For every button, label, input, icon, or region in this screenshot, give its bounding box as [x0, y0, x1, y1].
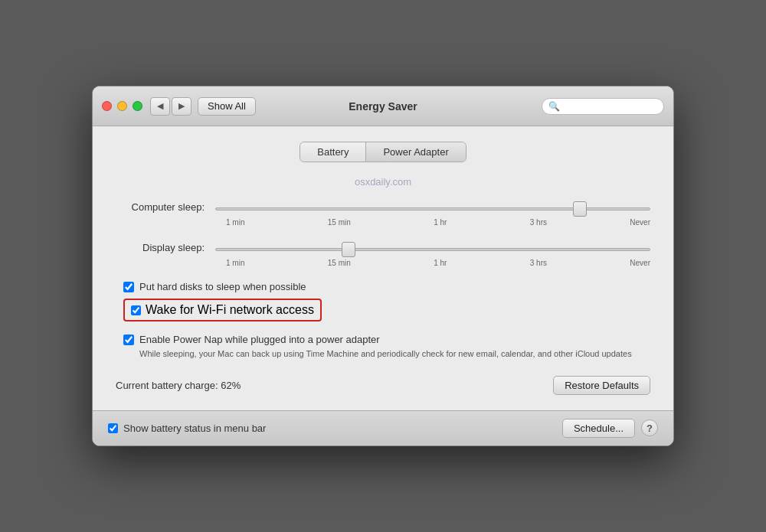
computer-sleep-section: Computer sleep: 1 min 15 min 1 hr 3 hrs … — [116, 200, 650, 227]
checkboxes-section: Put hard disks to sleep when possible Wa… — [116, 281, 650, 360]
tick-3hrs-cs: 3 hrs — [530, 218, 547, 227]
tab-group: Battery Power Adapter — [300, 142, 466, 162]
tick-3hrs-ds: 3 hrs — [530, 259, 547, 267]
wifi-wake-checkbox[interactable] — [131, 305, 141, 315]
schedule-button[interactable]: Schedule... — [562, 419, 635, 438]
computer-sleep-ticks: 1 min 15 min 1 hr 3 hrs Never — [226, 218, 650, 227]
traffic-lights — [102, 101, 142, 111]
window-title: Energy Saver — [349, 100, 417, 113]
show-battery-status-checkbox[interactable] — [108, 423, 118, 433]
forward-button[interactable]: ▶ — [172, 97, 192, 116]
tab-battery[interactable]: Battery — [300, 142, 366, 162]
tick-1min-ds: 1 min — [226, 259, 244, 267]
search-box[interactable]: 🔍 — [542, 98, 664, 115]
footer-left: Show battery status in menu bar — [108, 423, 266, 434]
search-icon: 🔍 — [548, 101, 560, 112]
search-area: 🔍 — [542, 98, 664, 115]
computer-sleep-slider[interactable] — [215, 207, 650, 211]
back-button[interactable]: ◀ — [150, 97, 170, 116]
tick-never-ds: Never — [630, 259, 650, 267]
hard-disks-row: Put hard disks to sleep when possible — [123, 281, 650, 292]
content-area: Battery Power Adapter osxdaily.com Compu… — [93, 126, 673, 410]
power-nap-label: Enable Power Nap while plugged into a po… — [139, 334, 380, 345]
display-sleep-label: Display sleep: — [116, 242, 215, 253]
display-sleep-row: Display sleep: — [116, 240, 650, 254]
computer-sleep-track-wrap — [215, 200, 650, 214]
battery-charge-status: Current battery charge: 62% — [116, 380, 241, 391]
main-window: ◀ ▶ Show All Energy Saver 🔍 Battery Powe… — [92, 86, 674, 446]
power-nap-checkbox[interactable] — [123, 335, 134, 345]
nav-buttons: ◀ ▶ — [150, 97, 192, 116]
tick-1hr-cs: 1 hr — [434, 218, 447, 227]
display-sleep-track-wrap — [215, 240, 650, 254]
minimize-button[interactable] — [117, 101, 127, 111]
close-button[interactable] — [102, 101, 112, 111]
footer: Show battery status in menu bar Schedule… — [93, 410, 673, 446]
bottom-row: Current battery charge: 62% Restore Defa… — [116, 376, 650, 395]
maximize-button[interactable] — [133, 101, 142, 111]
wifi-wake-label: Wake for Wi-Fi network access — [146, 303, 314, 317]
show-battery-status-label: Show battery status in menu bar — [123, 423, 266, 434]
tick-15min-cs: 15 min — [328, 218, 351, 227]
tab-power-adapter[interactable]: Power Adapter — [366, 142, 465, 162]
restore-defaults-button[interactable]: Restore Defaults — [553, 376, 650, 395]
tabs-container: Battery Power Adapter — [116, 142, 650, 162]
tick-1hr-ds: 1 hr — [434, 259, 447, 267]
show-all-button[interactable]: Show All — [198, 97, 256, 116]
tick-1min-cs: 1 min — [226, 218, 244, 227]
computer-sleep-label: Computer sleep: — [116, 201, 215, 213]
tick-15min-ds: 15 min — [328, 259, 351, 267]
wifi-wake-container: Wake for Wi-Fi network access — [123, 299, 650, 328]
display-sleep-slider[interactable] — [215, 248, 650, 251]
display-sleep-section: Display sleep: 1 min 15 min 1 hr 3 hrs N… — [116, 240, 650, 267]
hard-disks-checkbox[interactable] — [123, 282, 134, 292]
power-nap-row: Enable Power Nap while plugged into a po… — [123, 334, 650, 345]
computer-sleep-row: Computer sleep: — [116, 200, 650, 214]
hard-disks-label: Put hard disks to sleep when possible — [139, 281, 306, 292]
tick-never-cs: Never — [630, 218, 650, 227]
watermark: osxdaily.com — [116, 176, 650, 188]
footer-right: Schedule... ? — [562, 419, 658, 438]
wifi-wake-highlight: Wake for Wi-Fi network access — [123, 299, 322, 321]
power-nap-description: While sleeping, your Mac can back up usi… — [139, 348, 650, 360]
help-button[interactable]: ? — [641, 419, 658, 436]
display-sleep-ticks: 1 min 15 min 1 hr 3 hrs Never — [226, 259, 650, 267]
title-bar: ◀ ▶ Show All Energy Saver 🔍 — [93, 86, 673, 126]
